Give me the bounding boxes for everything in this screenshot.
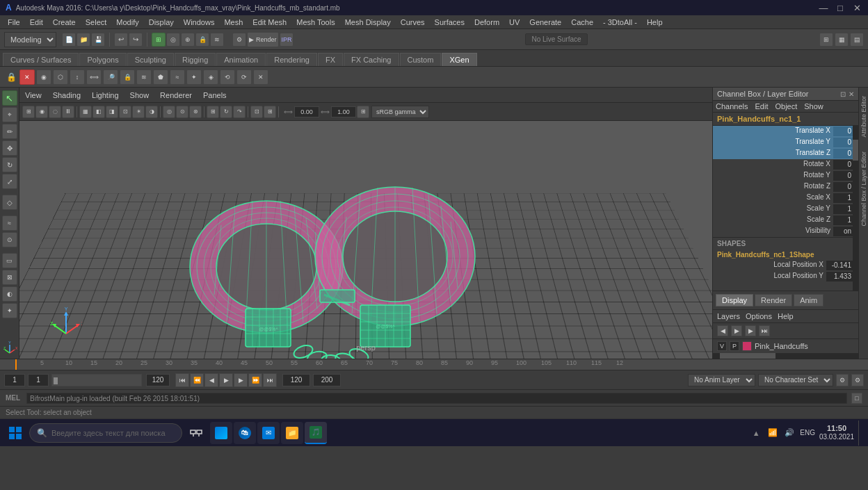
tab-animation[interactable]: Animation bbox=[216, 53, 266, 66]
vp-shade-wire-btn[interactable]: ◨ bbox=[106, 106, 118, 118]
cb-menu-object[interactable]: Object bbox=[775, 102, 797, 111]
attribute-editor-side-tab[interactable]: Attribute Editor Channel Box / Layer Edi… bbox=[858, 88, 868, 359]
layer-ctrl-next[interactable]: ▶ bbox=[731, 325, 742, 336]
shelf-btn-4[interactable]: ↕ bbox=[70, 70, 85, 85]
camera-zoom-btn[interactable]: ⊞ bbox=[357, 106, 369, 118]
gamma-selector[interactable]: sRGB gamma bbox=[371, 106, 429, 118]
cb-close-icon[interactable]: ✕ bbox=[849, 90, 854, 98]
layer-visibility-btn[interactable]: V bbox=[717, 341, 727, 351]
attr-row-visibility[interactable]: Visibility on bbox=[713, 226, 858, 237]
anim-options-btn-1[interactable]: ⚙ bbox=[836, 374, 849, 386]
layer-menu-layers[interactable]: Layers bbox=[717, 312, 740, 320]
select-tool-button[interactable]: ↖ bbox=[2, 90, 17, 106]
vp-lookat-btn[interactable]: ↻ bbox=[220, 106, 232, 118]
attr-row-rotate-y[interactable]: Rotate Y 0 bbox=[713, 170, 858, 181]
minimize-button[interactable]: — bbox=[818, 3, 829, 13]
frame-slider-area[interactable] bbox=[51, 374, 142, 386]
vp-wireframe-btn[interactable]: ▦ bbox=[79, 106, 92, 118]
tab-rendering[interactable]: Rendering bbox=[266, 53, 317, 66]
attr-row-scale-y[interactable]: Scale Y 1 bbox=[713, 204, 858, 215]
sculpt-button[interactable]: ◐ bbox=[2, 286, 17, 302]
tab-polygons[interactable]: Polygons bbox=[79, 53, 126, 66]
show-manipulator-button[interactable]: ⚙ bbox=[232, 33, 246, 47]
soft-select-button-l[interactable]: ≈ bbox=[2, 215, 17, 231]
snap-point-button[interactable]: ⊕ bbox=[181, 33, 195, 47]
menu-select[interactable]: Select bbox=[81, 17, 112, 28]
menu-cache[interactable]: Cache bbox=[566, 17, 598, 28]
cb-scrollbar-h[interactable] bbox=[713, 353, 858, 359]
taskbar-clock[interactable]: 11:50 03.03.2021 bbox=[819, 424, 854, 441]
mode-selector[interactable]: Modeling bbox=[4, 32, 56, 47]
tab-fx[interactable]: FX bbox=[318, 53, 343, 66]
current-frame-input[interactable] bbox=[4, 374, 25, 386]
shelf-btn-8[interactable]: ≋ bbox=[136, 70, 152, 85]
layer-ctrl-end[interactable]: ⏭ bbox=[759, 325, 770, 336]
taskbar-app-edge[interactable] bbox=[210, 422, 232, 444]
vp-grid-btn[interactable]: ⊞ bbox=[264, 106, 276, 118]
step-forward-button[interactable]: ⏩ bbox=[248, 373, 262, 387]
tray-volume-icon[interactable]: 🔊 bbox=[783, 427, 796, 439]
menu-deform[interactable]: Deform bbox=[469, 17, 504, 28]
open-file-button[interactable]: 📁 bbox=[77, 33, 90, 47]
layer-menu-options[interactable]: Options bbox=[746, 312, 772, 320]
shelf-btn-12[interactable]: ◈ bbox=[203, 70, 218, 85]
translate-y-input[interactable]: 1.00 bbox=[331, 106, 356, 117]
attr-value-translate-x[interactable]: 0 bbox=[833, 126, 854, 136]
anim-options-btn-2[interactable]: ⚙ bbox=[851, 374, 864, 386]
attr-value-visibility[interactable]: on bbox=[833, 227, 854, 236]
tab-xgen[interactable]: XGen bbox=[442, 53, 476, 66]
viewport-menu-show[interactable]: Show bbox=[130, 91, 150, 99]
camera-dolly-button[interactable]: ⊠ bbox=[2, 270, 17, 285]
range-end-input-1[interactable] bbox=[282, 374, 310, 386]
close-button[interactable]: ✕ bbox=[851, 3, 862, 13]
menu-mesh-display[interactable]: Mesh Display bbox=[340, 17, 396, 28]
show-desktop-button[interactable] bbox=[858, 420, 862, 446]
attr-value-translate-z[interactable]: 0 bbox=[833, 149, 854, 158]
viewport-canvas[interactable]: @@$%^ @@$%^ bbox=[19, 121, 712, 359]
viewport-menu-lighting[interactable]: Lighting bbox=[92, 91, 119, 99]
go-to-start-button[interactable]: ⏮ bbox=[175, 373, 189, 387]
shelf-btn-7[interactable]: 🔒 bbox=[120, 70, 135, 85]
vp-isolate-btn[interactable]: ◎ bbox=[163, 106, 175, 118]
viewport-menu-shading[interactable]: Shading bbox=[53, 91, 81, 99]
show-manip-button[interactable]: ⊙ bbox=[2, 232, 17, 247]
shelf-btn-14[interactable]: ⟳ bbox=[236, 70, 252, 85]
end-frame-input[interactable] bbox=[146, 374, 170, 386]
attr-row-scale-z[interactable]: Scale Z 1 bbox=[713, 215, 858, 226]
snap-curve-button[interactable]: ◎ bbox=[166, 33, 180, 47]
soft-select-button[interactable]: ≋ bbox=[210, 33, 224, 47]
vp-camera-btn[interactable]: ⊞ bbox=[207, 106, 219, 118]
attr-value-local-pos-y[interactable]: 1.433 bbox=[826, 272, 854, 281]
layer-pick-btn[interactable]: P bbox=[730, 341, 739, 351]
attr-row-local-pos-y[interactable]: Local Position Y 1.433 bbox=[713, 271, 858, 282]
anim-layer-selector[interactable]: No Anim Layer bbox=[688, 374, 755, 386]
tab-custom[interactable]: Custom bbox=[400, 53, 442, 66]
translate-x-input[interactable]: 0.00 bbox=[294, 106, 319, 117]
next-frame-button[interactable]: ▶ bbox=[234, 373, 248, 387]
menu-surfaces[interactable]: Surfaces bbox=[430, 17, 469, 28]
layer-ctrl-add[interactable]: ▶ bbox=[745, 325, 756, 336]
current-frame-input-2[interactable] bbox=[28, 374, 49, 386]
cb-float-icon[interactable]: ⊡ bbox=[840, 90, 846, 98]
menu-windows[interactable]: Windows bbox=[179, 17, 220, 28]
menu-file[interactable]: File bbox=[3, 17, 25, 28]
viewport-menu-renderer[interactable]: Renderer bbox=[160, 91, 192, 99]
attr-row-scale-x[interactable]: Scale X 1 bbox=[713, 193, 858, 204]
taskbar-app-store[interactable]: 🛍 bbox=[234, 422, 256, 444]
tray-notification-icon[interactable]: ▲ bbox=[750, 427, 762, 439]
layer-menu-help[interactable]: Help bbox=[778, 312, 794, 320]
universal-manip-button[interactable]: ◇ bbox=[2, 195, 17, 210]
paint-attr-button[interactable]: ✦ bbox=[2, 303, 17, 318]
scale-tool-button[interactable]: ⤢ bbox=[2, 174, 17, 189]
vp-rot-btn[interactable]: ↷ bbox=[233, 106, 246, 118]
shelf-btn-2[interactable]: ◉ bbox=[36, 70, 51, 85]
paint-select-button[interactable]: ✏ bbox=[2, 124, 17, 139]
menu-help[interactable]: Help bbox=[642, 17, 668, 28]
menu-3dtoall[interactable]: - 3DtoAll - bbox=[598, 17, 642, 28]
menu-curves[interactable]: Curves bbox=[396, 17, 430, 28]
cb-menu-edit[interactable]: Edit bbox=[755, 102, 768, 111]
attr-row-translate-z[interactable]: Translate Z 0 bbox=[713, 148, 858, 159]
layer-ctrl-prev[interactable]: ◀ bbox=[717, 325, 728, 336]
shelf-btn-1[interactable]: ✕ bbox=[19, 70, 35, 85]
attr-row-translate-y[interactable]: Translate Y 0 bbox=[713, 137, 858, 148]
